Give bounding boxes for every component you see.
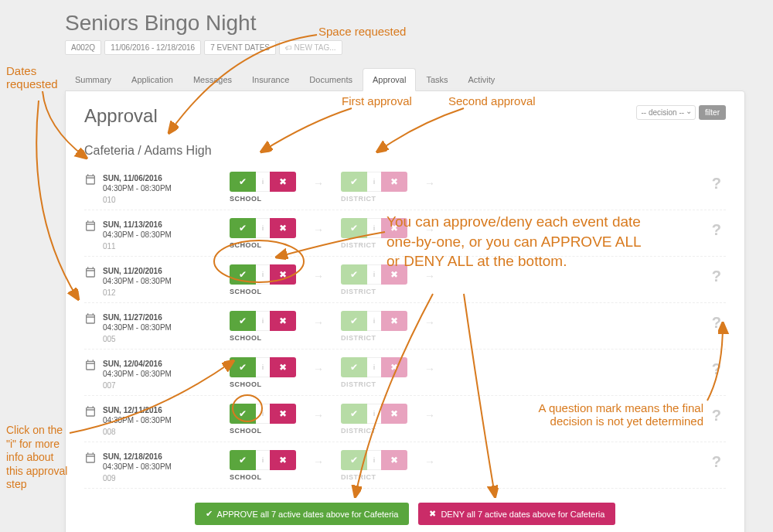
filter-button[interactable]: filter: [699, 105, 726, 120]
tab-activity[interactable]: Activity: [458, 68, 506, 91]
info-school-button[interactable]: i: [256, 404, 270, 424]
approve-district-button[interactable]: ✔: [341, 218, 367, 238]
approve-school-button[interactable]: ✔: [230, 264, 256, 285]
x-icon: ✖: [390, 176, 398, 187]
deny-school-button[interactable]: ✖: [270, 311, 296, 331]
step-label: SCHOOL: [230, 473, 262, 481]
deny-district-button[interactable]: ✖: [381, 450, 407, 470]
calendar-icon: [84, 173, 97, 205]
approve-school-button[interactable]: ✔: [230, 357, 256, 377]
check-icon: ✔: [350, 362, 358, 373]
info-icon: i: [373, 456, 375, 464]
info-icon: i: [373, 410, 375, 418]
deny-school-button[interactable]: ✖: [270, 218, 296, 238]
tab-summary[interactable]: Summary: [65, 68, 121, 91]
deny-school-button[interactable]: ✖: [270, 404, 296, 424]
chevron-right-icon: →: [310, 177, 327, 200]
approve-district-button[interactable]: ✔: [341, 264, 367, 285]
row-time: 04:30PM - 08:30PM: [103, 322, 172, 332]
approve-school-button[interactable]: ✔: [230, 404, 256, 424]
info-district-button[interactable]: i: [367, 357, 381, 377]
approval-step-district: ✔i✖DISTRICT: [341, 264, 407, 295]
deny-school-button[interactable]: ✖: [270, 357, 296, 377]
info-school-button[interactable]: i: [256, 172, 270, 192]
deny-school-button[interactable]: ✖: [270, 450, 296, 470]
approval-step-district: ✔i✖DISTRICT: [341, 218, 407, 249]
info-district-button[interactable]: i: [367, 218, 381, 238]
approval-step-school: ✔i✖SCHOOL: [230, 357, 296, 388]
info-school-button[interactable]: i: [256, 311, 270, 331]
tab-documents[interactable]: Documents: [299, 68, 363, 91]
chevron-right-icon: →: [310, 363, 327, 386]
info-icon: i: [262, 224, 264, 232]
bulk-approve-button[interactable]: ✔ APPROVE all 7 active dates above for C…: [195, 503, 410, 525]
info-district-button[interactable]: i: [367, 311, 381, 331]
table-row: SUN, 11/27/201604:30PM - 08:30PM005✔i✖SC…: [84, 303, 726, 350]
step-label: SCHOOL: [230, 241, 262, 249]
approve-school-button[interactable]: ✔: [230, 218, 256, 238]
deny-district-button[interactable]: ✖: [381, 218, 407, 238]
info-school-button[interactable]: i: [256, 218, 270, 238]
info-school-button[interactable]: i: [256, 357, 270, 377]
approve-school-button[interactable]: ✔: [230, 172, 256, 192]
check-icon: ✔: [350, 315, 358, 326]
row-time: 04:30PM - 08:30PM: [103, 230, 172, 240]
tab-approval[interactable]: Approval: [363, 68, 416, 91]
approve-school-button[interactable]: ✔: [230, 311, 256, 331]
row-date: SUN, 12/18/2016: [103, 452, 172, 462]
check-icon: ✔: [350, 176, 358, 187]
deny-district-button[interactable]: ✖: [381, 357, 407, 377]
info-district-button[interactable]: i: [367, 172, 381, 192]
info-icon: i: [262, 271, 264, 278]
info-icon: i: [373, 224, 375, 232]
tab-messages[interactable]: Messages: [183, 68, 242, 91]
tab-tasks[interactable]: Tasks: [416, 68, 458, 91]
approve-district-button[interactable]: ✔: [341, 172, 367, 192]
x-icon: ✖: [390, 455, 398, 466]
table-row: SUN, 11/13/201604:30PM - 08:30PM011✔i✖SC…: [84, 210, 726, 257]
decision-filter-select[interactable]: -- decision --: [636, 105, 696, 120]
tag-id: A002Q: [65, 40, 101, 55]
check-icon: ✔: [239, 223, 247, 234]
approve-district-button[interactable]: ✔: [341, 450, 367, 470]
approval-step-school: ✔i✖SCHOOL: [230, 264, 296, 295]
bulk-deny-button[interactable]: ✖ DENY all 7 active dates above for Cafe…: [418, 503, 615, 525]
page-title: Seniors Bingo Night: [65, 11, 773, 36]
check-icon: ✔: [206, 509, 213, 519]
approve-district-button[interactable]: ✔: [341, 357, 367, 377]
new-tag-button[interactable]: NEW TAG...: [279, 40, 342, 55]
approve-school-button[interactable]: ✔: [230, 450, 256, 470]
approval-step-district: ✔i✖DISTRICT: [341, 357, 407, 388]
tab-insurance[interactable]: Insurance: [242, 68, 299, 91]
info-icon: i: [373, 178, 375, 186]
status-unknown-icon: ?: [712, 175, 721, 193]
approval-step-school: ✔i✖SCHOOL: [230, 404, 296, 435]
row-code: 011: [103, 241, 172, 251]
approve-district-button[interactable]: ✔: [341, 311, 367, 331]
panel-heading: Approval: [84, 105, 158, 127]
deny-school-button[interactable]: ✖: [270, 172, 296, 192]
step-label: SCHOOL: [230, 195, 262, 203]
check-icon: ✔: [350, 455, 358, 466]
row-code: 009: [103, 473, 172, 483]
info-school-button[interactable]: i: [256, 450, 270, 470]
deny-school-button[interactable]: ✖: [270, 264, 296, 285]
info-district-button[interactable]: i: [367, 404, 381, 424]
tab-application[interactable]: Application: [121, 68, 183, 91]
deny-district-button[interactable]: ✖: [381, 172, 407, 192]
info-school-button[interactable]: i: [256, 264, 270, 285]
info-district-button[interactable]: i: [367, 450, 381, 470]
bulk-deny-label: DENY all 7 active dates above for Cafete…: [441, 510, 604, 519]
deny-district-button[interactable]: ✖: [381, 311, 407, 331]
approval-step-school: ✔i✖SCHOOL: [230, 311, 296, 342]
table-row: SUN, 12/04/201604:30PM - 08:30PM007✔i✖SC…: [84, 350, 726, 396]
row-time: 04:30PM - 08:30PM: [103, 369, 172, 379]
approve-district-button[interactable]: ✔: [341, 404, 367, 424]
table-row: SUN, 11/20/201604:30PM - 08:30PM012✔i✖SC…: [84, 257, 726, 303]
status-unknown-icon: ?: [712, 268, 721, 285]
deny-district-button[interactable]: ✖: [381, 264, 407, 285]
deny-district-button[interactable]: ✖: [381, 404, 407, 424]
info-icon: i: [262, 363, 264, 371]
row-code: 012: [103, 288, 172, 298]
info-district-button[interactable]: i: [367, 264, 381, 285]
